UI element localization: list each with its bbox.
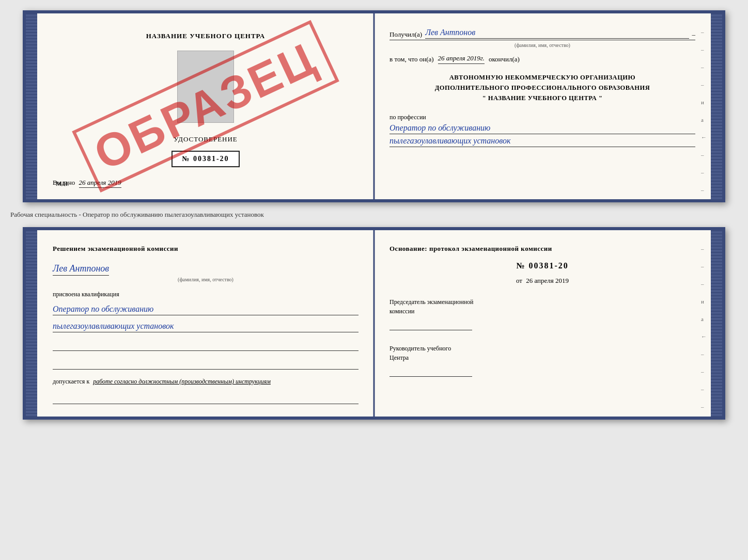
protocol-number: № 00381-20 bbox=[389, 261, 695, 270]
bottom-fio-hint: (фамилия, имя, отчество) bbox=[53, 277, 359, 282]
chairman-label: Председатель экзаменационной комиссии bbox=[389, 297, 695, 316]
profession-value1: Оператор по обслуживанию bbox=[389, 123, 695, 134]
top-center-title: НАЗВАНИЕ УЧЕБНОГО ЦЕНТРА bbox=[146, 32, 266, 40]
bottom-name-section: Лев Антпонов (фамилия, имя, отчество) bbox=[53, 261, 359, 282]
date-prefix: в том, что он(а) bbox=[389, 55, 434, 63]
udostoverenie-label: УДОСТОВЕРЕНИЕ bbox=[174, 135, 238, 143]
bottom-right-margin-dashes: – – – и а ← – – – – bbox=[701, 246, 707, 410]
profession-block: по профессии Оператор по обслуживанию пы… bbox=[389, 114, 695, 147]
допускается-value: работе согласно должностным (производств… bbox=[93, 378, 271, 385]
rukovod-label-text: Руководитель учебного bbox=[389, 345, 451, 352]
bottom-name: Лев Антпонов bbox=[53, 263, 109, 276]
org-name: НАЗВАНИЕ УЧЕБНОГО ЦЕНТРА bbox=[488, 94, 597, 102]
rukovod-label2-text: Центра bbox=[389, 354, 409, 361]
fio-hint: (фамилия, имя, отчество) bbox=[389, 42, 695, 48]
blank-line-1 bbox=[53, 341, 359, 351]
separator-text: Рабочая специальность - Оператор по обсл… bbox=[10, 209, 690, 221]
dash-after-name: – bbox=[692, 30, 696, 39]
bottom-book-spread: Решением экзаменационной комиссии Лев Ан… bbox=[23, 227, 725, 420]
top-left-page: НАЗВАНИЕ УЧЕБНОГО ЦЕНТРА УДОСТОВЕРЕНИЕ №… bbox=[37, 13, 374, 199]
date-value: 26 апреля 2019г. bbox=[438, 54, 485, 64]
spine-right bbox=[711, 13, 722, 199]
bottom-spine-right bbox=[711, 230, 722, 417]
profession-label: по профессии bbox=[389, 114, 695, 121]
org-line1: АВТОНОМНУЮ НЕКОММЕРЧЕСКУЮ ОРГАНИЗАЦИЮ bbox=[389, 72, 695, 83]
top-book-spread: НАЗВАНИЕ УЧЕБНОГО ЦЕНТРА УДОСТОВЕРЕНИЕ №… bbox=[23, 10, 725, 202]
issued-date: 26 апреля 2019 bbox=[79, 179, 121, 188]
protocol-date-prefix: от bbox=[516, 277, 522, 284]
org-block: АВТОНОМНУЮ НЕКОММЕРЧЕСКУЮ ОРГАНИЗАЦИЮ ДО… bbox=[389, 72, 695, 103]
protocol-date: от 26 апреля 2019 bbox=[389, 277, 695, 285]
qualification-val2: пылегазоулавливающих установок bbox=[53, 322, 359, 332]
chairman-label-text: Председатель экзаменационной bbox=[389, 298, 473, 306]
recipient-section: Получил(а) Лев Антпонов – (фамилия, имя,… bbox=[389, 28, 695, 48]
spine-left bbox=[26, 13, 37, 199]
photo-placeholder bbox=[177, 51, 234, 123]
blank-line-3 bbox=[53, 394, 359, 404]
chairman-block: Председатель экзаменационной комиссии bbox=[389, 297, 695, 330]
commission-title: Решением экзаменационной комиссии bbox=[53, 245, 359, 253]
допускается-label: допускается к bbox=[53, 378, 89, 385]
date-completion: в том, что он(а) 26 апреля 2019г. окончи… bbox=[389, 54, 695, 64]
protocol-date-val: 26 апреля 2019 bbox=[526, 277, 569, 284]
blank-line-2 bbox=[53, 359, 359, 370]
bottom-spine-left bbox=[26, 230, 37, 417]
rukovod-sig-line bbox=[389, 366, 472, 377]
bottom-left-page: Решением экзаменационной комиссии Лев Ан… bbox=[37, 230, 374, 417]
right-margin-dashes: – – – – и а ← – – – – bbox=[701, 29, 707, 202]
допускается-text: допускается к работе согласно должностны… bbox=[53, 378, 359, 386]
top-right-page: Получил(а) Лев Антпонов – (фамилия, имя,… bbox=[374, 13, 711, 199]
date-suffix: окончил(а) bbox=[489, 55, 520, 63]
qualification-val1: Оператор по обслуживанию bbox=[53, 305, 359, 315]
profession-value2: пылегазоулавливающих установок bbox=[389, 136, 695, 147]
rukovod-label: Руководитель учебного Центра bbox=[389, 344, 695, 362]
org-name-open: " bbox=[482, 94, 486, 102]
cert-number: № 00381-20 bbox=[172, 151, 239, 167]
recipient-line: Получил(а) Лев Антпонов – bbox=[389, 28, 695, 40]
bottom-right-page: Основание: протокол экзаменационной коми… bbox=[374, 230, 711, 417]
qualification-label: присвоена квалификация bbox=[53, 291, 359, 298]
recipient-label: Получил(а) bbox=[389, 30, 422, 39]
org-name-line: " НАЗВАНИЕ УЧЕБНОГО ЦЕНТРА " bbox=[389, 93, 695, 103]
chairman-label2-text: комиссии bbox=[389, 308, 415, 315]
document-container: НАЗВАНИЕ УЧЕБНОГО ЦЕНТРА УДОСТОВЕРЕНИЕ №… bbox=[10, 10, 738, 420]
osnov-label: Основание: протокол экзаменационной коми… bbox=[389, 245, 695, 253]
mp-label: М.П. bbox=[56, 180, 69, 188]
chairman-sig-line bbox=[389, 320, 472, 330]
recipient-name: Лев Антпонов bbox=[425, 28, 689, 39]
rukovod-block: Руководитель учебного Центра bbox=[389, 344, 695, 377]
org-name-close: " bbox=[599, 94, 602, 102]
org-line2: ДОПОЛНИТЕЛЬНОГО ПРОФЕССИОНАЛЬНОГО ОБРАЗО… bbox=[389, 83, 695, 93]
